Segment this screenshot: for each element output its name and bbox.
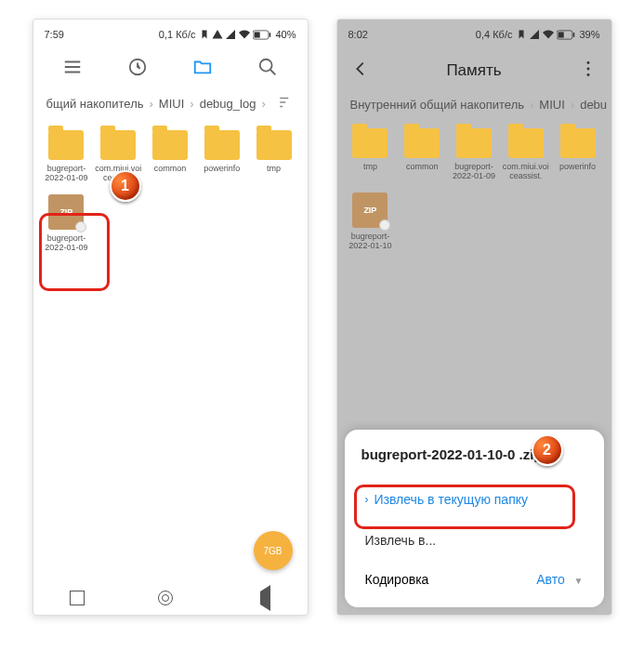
- svg-point-4: [260, 60, 272, 72]
- encoding-row[interactable]: Кодировка Авто ▼: [361, 561, 587, 598]
- title-bar: Память: [337, 49, 611, 92]
- folder-icon: [560, 128, 596, 158]
- folder-icon: [204, 130, 240, 160]
- zip-icon: ZIP: [352, 193, 388, 228]
- file-grid-row2: ZIP bugreport-2022-01-09: [33, 194, 308, 264]
- files-button[interactable]: [175, 57, 230, 81]
- file-item[interactable]: com.miui.voiceassist.: [502, 128, 550, 181]
- folder-icon: [100, 130, 136, 160]
- nav-back-icon[interactable]: [247, 585, 270, 611]
- storage-fab[interactable]: 7GB: [254, 531, 293, 570]
- folder-icon: [456, 128, 492, 158]
- file-item[interactable]: powerinfo: [198, 130, 246, 183]
- clock-icon: [127, 57, 148, 77]
- folder-icon: [192, 57, 213, 77]
- hamburger-icon: [62, 57, 83, 77]
- status-battery: 40%: [275, 29, 296, 40]
- svg-point-8: [586, 61, 589, 64]
- status-icons: [516, 29, 575, 40]
- annotation-marker: 2: [532, 434, 563, 466]
- toolbar: [33, 49, 308, 88]
- status-speed: 0,4 Кб/с: [476, 29, 513, 40]
- more-vert-icon: [578, 59, 598, 79]
- bottom-sheet: bugreport-2022-01-10-0 .zip › Извлечь в …: [345, 430, 604, 607]
- folder-icon: [256, 130, 292, 160]
- file-grid-row2: ZIP bugreport-2022-01-10: [337, 193, 611, 262]
- status-speed: 0,1 Кб/с: [159, 29, 196, 40]
- folder-icon: [508, 128, 544, 158]
- file-item[interactable]: common: [146, 130, 194, 183]
- chevron-left-icon: [350, 59, 371, 79]
- back-button[interactable]: [350, 59, 371, 83]
- nav-home-icon[interactable]: [158, 591, 173, 605]
- breadcrumb[interactable]: бщий накопитель› MIUI› debug_log›: [33, 88, 308, 119]
- phone-right: 8:02 0,4 Кб/с 39% Память Внутренний общи…: [336, 19, 612, 616]
- status-time: 7:59: [45, 29, 64, 40]
- phone-left: 7:59 0,1 Кб/с 40% бщий накопитель: [33, 19, 309, 616]
- status-time: 8:02: [348, 29, 368, 40]
- file-item[interactable]: tmp: [250, 130, 298, 183]
- sort-icon: [278, 94, 295, 111]
- encoding-value: Авто: [536, 572, 565, 587]
- search-icon: [257, 57, 278, 77]
- android-navbar: [33, 581, 308, 615]
- chevron-right-icon: ›: [365, 493, 369, 506]
- svg-rect-2: [269, 33, 271, 37]
- file-item[interactable]: common: [398, 128, 446, 181]
- file-item-zip[interactable]: ZIP bugreport-2022-01-09: [43, 194, 91, 253]
- annotation-marker: 1: [110, 170, 141, 202]
- breadcrumb[interactable]: Внутренний общий накопитель› MIUI› debu: [337, 92, 611, 117]
- chevron-down-icon: ▼: [574, 576, 584, 586]
- svg-rect-7: [573, 33, 575, 37]
- status-icons: [199, 29, 271, 40]
- extract-to-option[interactable]: Извлечь в...: [361, 520, 587, 561]
- file-item[interactable]: powerinfo: [554, 128, 602, 181]
- file-item[interactable]: bugreport-2022-01-09: [43, 130, 91, 183]
- file-item[interactable]: bugreport-2022-01-09: [450, 128, 498, 181]
- folder-icon: [152, 130, 188, 160]
- encoding-label: Кодировка: [365, 572, 429, 587]
- file-item[interactable]: tmp: [347, 128, 395, 181]
- svg-point-9: [586, 68, 589, 71]
- file-item-zip[interactable]: ZIP bugreport-2022-01-10: [347, 193, 395, 251]
- search-button[interactable]: [240, 57, 296, 81]
- nav-recent-icon[interactable]: [70, 591, 85, 605]
- status-bar: 8:02 0,4 Кб/с 39%: [337, 20, 611, 49]
- more-button[interactable]: [578, 59, 598, 83]
- sort-button[interactable]: [278, 94, 295, 113]
- recent-button[interactable]: [110, 57, 165, 81]
- folder-icon: [352, 128, 388, 158]
- zip-icon: ZIP: [48, 194, 84, 230]
- svg-rect-6: [559, 32, 564, 37]
- file-grid: bugreport-2022-01-09 com.miui.voiceassis…: [33, 119, 308, 194]
- menu-button[interactable]: [45, 57, 100, 81]
- file-grid: tmp common bugreport-2022-01-09 com.miui…: [337, 117, 611, 193]
- svg-point-10: [586, 73, 589, 76]
- folder-icon: [48, 130, 84, 160]
- page-title: Память: [371, 61, 578, 80]
- folder-icon: [404, 128, 440, 158]
- extract-here-option[interactable]: › Извлечь в текущую папку: [361, 479, 587, 520]
- svg-rect-1: [255, 32, 260, 37]
- status-battery: 39%: [579, 29, 599, 40]
- status-bar: 7:59 0,1 Кб/с 40%: [33, 20, 308, 49]
